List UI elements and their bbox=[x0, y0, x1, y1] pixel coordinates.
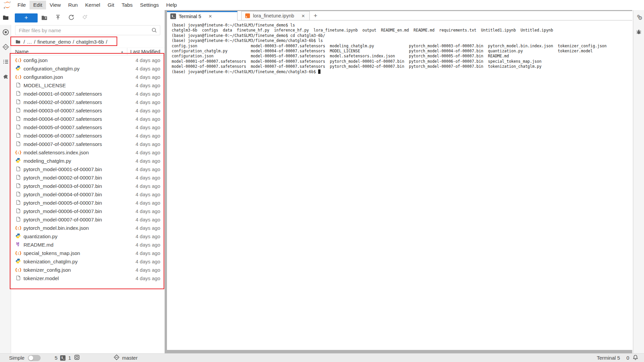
sidebar-tab-property-inspector[interactable]: ⚙⚙ bbox=[633, 10, 644, 25]
file-icon bbox=[16, 124, 21, 131]
terminal-output[interactable]: (base) jovyan@finetune-0:~/ChatGLM3/fine… bbox=[167, 20, 632, 350]
file-row[interactable]: modeling_chatglm.py4 days ago bbox=[11, 157, 165, 165]
kernels-count[interactable]: 1 bbox=[68, 355, 71, 361]
main-dock: $_ Terminal 5 × lora_finetune.ipynb × + … bbox=[167, 10, 632, 353]
json-file-icon: {:} bbox=[15, 251, 22, 256]
file-modified: 4 days ago bbox=[136, 66, 165, 71]
column-header-last-modified[interactable]: Last Modified bbox=[127, 49, 165, 54]
file-icon bbox=[16, 191, 21, 198]
file-row[interactable]: pytorch_model-00005-of-00007.bin4 days a… bbox=[11, 199, 165, 207]
refresh-button[interactable] bbox=[65, 13, 78, 22]
file-row[interactable]: model-00006-of-00007.safetensors4 days a… bbox=[11, 132, 165, 140]
add-tab-button[interactable]: + bbox=[310, 11, 321, 20]
file-browser-panel: + /…/finetu bbox=[11, 10, 165, 353]
breadcrumb-segment[interactable]: finetune_demo bbox=[37, 39, 71, 45]
file-row[interactable]: model-00001-of-00007.safetensors4 days a… bbox=[11, 90, 165, 98]
file-row[interactable]: pytorch_model-00002-of-00007.bin4 days a… bbox=[11, 173, 165, 182]
git-icon bbox=[2, 44, 9, 50]
bell-icon[interactable] bbox=[632, 354, 639, 362]
filter-files-box bbox=[15, 25, 160, 35]
close-icon[interactable]: × bbox=[209, 13, 212, 19]
file-modified: 4 days ago bbox=[136, 150, 165, 155]
extensions-puzzle-icon bbox=[2, 73, 9, 80]
file-name: tokenizer.model bbox=[24, 275, 136, 281]
file-name: model-00006-of-00007.safetensors bbox=[24, 133, 136, 139]
file-icon bbox=[16, 99, 21, 105]
menu-tabs[interactable]: Tabs bbox=[118, 1, 136, 9]
file-row[interactable]: pytorch_model-00003-of-00007.bin4 days a… bbox=[11, 182, 165, 190]
file-modified: 4 days ago bbox=[136, 133, 165, 139]
json-file-icon: {:} bbox=[15, 150, 22, 155]
breadcrumb-segment[interactable]: chatglm3-6b bbox=[76, 39, 104, 45]
file-row[interactable]: {:}special_tokens_map.json4 days ago bbox=[11, 249, 165, 257]
sidebar-tab-table-of-contents[interactable] bbox=[0, 54, 11, 69]
file-row[interactable]: MREADME.md4 days ago bbox=[11, 241, 165, 249]
home-folder-icon[interactable] bbox=[15, 39, 21, 44]
file-row[interactable]: model-00005-of-00007.safetensors4 days a… bbox=[11, 123, 165, 132]
file-row[interactable]: configuration_chatglm.py4 days ago bbox=[11, 64, 165, 73]
sidebar-tab-file-browser[interactable] bbox=[0, 10, 11, 25]
menu-git[interactable]: Git bbox=[104, 1, 118, 9]
file-row[interactable]: MODEL_LICENSE4 days ago bbox=[11, 81, 165, 90]
column-header-name[interactable]: Name ▲ bbox=[11, 48, 127, 55]
file-icon bbox=[16, 183, 21, 189]
file-row[interactable]: {:}pytorch_model.bin.index.json4 days ag… bbox=[11, 224, 165, 232]
sidebar-tab-running-sessions[interactable] bbox=[0, 25, 11, 40]
file-modified: 4 days ago bbox=[136, 234, 165, 239]
sidebar-tab-git[interactable] bbox=[0, 40, 11, 54]
file-modified: 4 days ago bbox=[136, 116, 165, 122]
breadcrumb-segment[interactable]: … bbox=[27, 39, 32, 45]
file-modified: 4 days ago bbox=[136, 175, 165, 180]
file-row[interactable]: pytorch_model-00001-of-00007.bin4 days a… bbox=[11, 165, 165, 173]
close-icon[interactable]: × bbox=[302, 13, 305, 19]
menu-settings[interactable]: Settings bbox=[136, 1, 163, 9]
new-launcher-button[interactable]: + bbox=[15, 13, 38, 22]
file-row[interactable]: pytorch_model-00006-of-00007.bin4 days a… bbox=[11, 207, 165, 215]
menu-file[interactable]: File bbox=[14, 1, 30, 9]
file-row[interactable]: pytorch_model-00007-of-00007.bin4 days a… bbox=[11, 215, 165, 224]
menu-kernel[interactable]: Kernel bbox=[81, 1, 104, 9]
new-folder-button[interactable] bbox=[38, 13, 51, 22]
new-tag-button-disabled[interactable] bbox=[78, 13, 91, 22]
file-browser-toolbar: + bbox=[15, 13, 161, 22]
left-sidebar bbox=[0, 10, 11, 353]
file-modified: 4 days ago bbox=[136, 250, 165, 256]
file-row[interactable]: tokenization_chatglm.py4 days ago bbox=[11, 257, 165, 266]
file-row[interactable]: quantization.py4 days ago bbox=[11, 232, 165, 241]
menu-help[interactable]: Help bbox=[163, 1, 181, 9]
tab-lora-finetune-ipynb[interactable]: lora_finetune.ipynb × bbox=[241, 11, 310, 20]
file-row[interactable]: model-00007-of-00007.safetensors4 days a… bbox=[11, 140, 165, 148]
sidebar-tab-debugger[interactable] bbox=[633, 25, 644, 40]
notebook-icon bbox=[245, 13, 250, 18]
file-row[interactable]: {:}model.safetensors.index.json4 days ag… bbox=[11, 148, 165, 157]
file-modified: 4 days ago bbox=[136, 275, 165, 281]
file-icon bbox=[16, 275, 21, 281]
tab-terminal-5[interactable]: $_ Terminal 5 × bbox=[167, 11, 238, 20]
simple-mode-toggle[interactable] bbox=[28, 355, 41, 361]
terminals-count[interactable]: 5 bbox=[55, 355, 57, 361]
file-row[interactable]: pytorch_model-00004-of-00007.bin4 days a… bbox=[11, 190, 165, 199]
json-file-icon: {:} bbox=[15, 225, 22, 230]
menu-view[interactable]: View bbox=[46, 1, 65, 9]
sidebar-tab-extensions[interactable] bbox=[0, 69, 11, 84]
file-modified: 4 days ago bbox=[136, 83, 165, 88]
menu-run[interactable]: Run bbox=[65, 1, 81, 9]
upload-icon bbox=[55, 14, 61, 21]
file-name: tokenization_chatglm.py bbox=[24, 259, 136, 264]
git-branch-label[interactable]: master bbox=[122, 355, 138, 361]
file-row[interactable]: {:}configuration.json4 days ago bbox=[11, 73, 165, 81]
status-bar: Simple 5 $_ 1 master Terminal 5 0 bbox=[0, 353, 644, 362]
panel-splitter[interactable] bbox=[165, 10, 167, 353]
file-row[interactable]: model-00003-of-00007.safetensors4 days a… bbox=[11, 106, 165, 115]
file-name: model-00007-of-00007.safetensors bbox=[24, 141, 136, 147]
filter-files-input[interactable] bbox=[15, 25, 160, 35]
menu-edit[interactable]: Edit bbox=[30, 1, 46, 9]
file-row[interactable]: tokenizer.model4 days ago bbox=[11, 274, 165, 282]
file-list-header: Name ▲ Last Modified bbox=[11, 48, 165, 55]
upload-button[interactable] bbox=[51, 13, 65, 22]
file-row[interactable]: model-00004-of-00007.safetensors4 days a… bbox=[11, 115, 165, 123]
file-row[interactable]: model-00002-of-00007.safetensors4 days a… bbox=[11, 98, 165, 106]
file-row[interactable]: {:}config.json4 days ago bbox=[11, 56, 165, 64]
file-icon bbox=[16, 107, 21, 114]
file-row[interactable]: {:}tokenizer_config.json4 days ago bbox=[11, 266, 165, 274]
